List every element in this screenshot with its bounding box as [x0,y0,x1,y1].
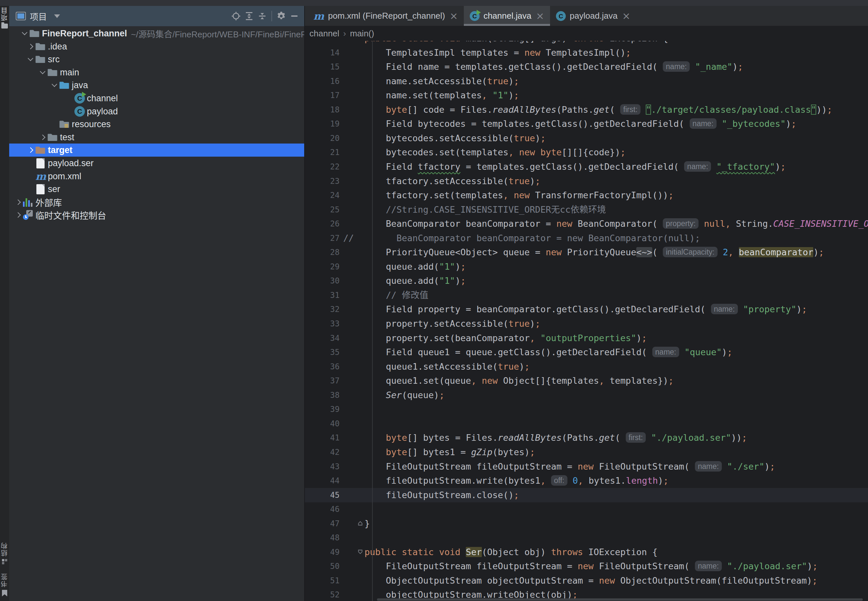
line-number-30[interactable]: 30 [305,274,340,288]
code-line-15[interactable]: Field name = templates.getClass().getDec… [343,59,743,74]
tree-item-src[interactable]: src [9,53,305,66]
line-number-50[interactable]: 50 [305,559,340,574]
line-number-21[interactable]: 21 [305,145,340,160]
breadcrumb-item[interactable]: main() [350,29,374,39]
close-icon[interactable]: × [450,11,458,21]
code-line-22[interactable]: Field tfactory = templates.getClass().ge… [343,160,786,174]
line-number-17[interactable]: 17 [305,88,340,102]
code-line-30[interactable]: queue.add("1"); [343,274,466,288]
code-line-29[interactable]: queue.add("1"); [343,259,466,274]
line-number-14[interactable]: 14 [305,46,340,60]
line-number-33[interactable]: 33 [305,317,340,331]
code-line-43[interactable]: FileOutputStream fileOutputStream = new … [343,459,775,474]
chevron-down-icon[interactable] [22,30,27,35]
code-line-17[interactable]: name.set(templates, "1"); [343,88,519,102]
code-line-24[interactable]: tfactory.set(templates, new TransformerF… [343,188,674,203]
tree-item-pom.xml[interactable]: m pom.xml [9,170,305,183]
line-number-37[interactable]: 37 [305,374,340,388]
code-line-32[interactable]: Field property = beanComparator.getClass… [343,302,807,317]
settings-button[interactable] [275,9,288,23]
stripe-button-bookmarks[interactable]: 书签 [1,573,8,596]
code-line-19[interactable]: Field bytecodes = templates.getClass().g… [343,117,796,131]
line-number-35[interactable]: 35 [305,345,340,360]
tree-item-test[interactable]: test [9,131,305,144]
code-line-25[interactable]: //String.CASE_INSENSITIVE_ORDER无cc依赖环境 [343,203,606,217]
code-line-14[interactable]: TemplatesImpl templates = new TemplatesI… [343,46,631,60]
line-number-38[interactable]: 38 [305,388,340,403]
tree-item-resources[interactable]: resources [9,117,305,131]
chevron-down-icon[interactable] [52,82,57,87]
horizontal-scrollbar[interactable] [377,598,863,601]
code-line-20[interactable]: bytecodes.setAccessible(true); [343,131,546,145]
hide-panel-button[interactable] [288,9,301,23]
code-line-50[interactable]: FileOutputStream fileOutputStream = new … [343,559,818,574]
breadcrumb-item[interactable]: channel [310,29,339,39]
tab-pom.xml[interactable]: m pom.xml (FineReport_channel) × [307,6,464,26]
chevron-down-icon[interactable] [28,56,34,61]
code-line-49[interactable]: public static void Ser(Object obj) throw… [343,545,657,559]
stripe-button-structure[interactable]: 结构 [1,542,8,564]
code-line-23[interactable]: tfactory.setAccessible(true); [343,174,540,188]
close-icon[interactable]: × [536,11,544,21]
line-number-39[interactable]: 39 [305,402,340,416]
code-line-28[interactable]: PriorityQueue<Object> queue = new Priori… [343,245,824,259]
tree-item-java[interactable]: java [9,79,305,92]
line-number-18[interactable]: 18 [305,102,340,117]
tree-item-外部库[interactable]: 外部库 [9,196,305,209]
tree-item-临时文件和控制台[interactable]: 临时文件和控制台 [9,208,305,221]
line-number-42[interactable]: 42 [305,445,340,459]
tree-item-FineReport_channel[interactable]: FineReport_channel~/源码集合/FineReport/WEB-… [9,27,305,40]
code-line-18[interactable]: byte[] code = Files.readAllBytes(Paths.g… [343,102,832,117]
tree-item-ser[interactable]: ser [9,183,305,196]
tree-item-target[interactable]: target [9,143,305,157]
code-editor[interactable]: 13 public static void main(String[] args… [305,41,868,601]
locate-file-button[interactable] [229,9,243,23]
line-number-43[interactable]: 43 [305,459,340,474]
code-line-13[interactable]: public static void main(String[] args) t… [343,41,668,46]
close-icon[interactable]: × [622,11,630,21]
code-line-38[interactable]: Ser(queue); [343,388,444,403]
code-line-47[interactable]: } [343,516,370,531]
line-number-19[interactable]: 19 [305,117,340,131]
chevron-right-icon[interactable] [28,44,34,49]
line-number-29[interactable]: 29 [305,259,340,274]
line-number-51[interactable]: 51 [305,574,340,588]
line-number-52[interactable]: 52 [305,587,340,601]
line-number-26[interactable]: 26 [305,217,340,231]
code-line-34[interactable]: property.set(beanComparator, "outputProp… [343,331,647,345]
line-number-34[interactable]: 34 [305,331,340,345]
line-number-22[interactable]: 22 [305,160,340,174]
panel-editor-divider[interactable] [304,6,305,601]
chevron-right-icon[interactable] [40,135,46,140]
line-number-25[interactable]: 25 [305,203,340,217]
code-line-16[interactable]: name.setAccessible(true); [343,74,519,88]
code-line-45[interactable]: fileOutputStream.close(); [343,488,519,502]
line-number-40[interactable]: 40 [305,416,340,431]
line-number-36[interactable]: 36 [305,360,340,374]
code-line-35[interactable]: Field queue1 = queue.getClass().getDecla… [343,345,732,360]
tree-item-main[interactable]: main [9,66,305,79]
code-line-26[interactable]: BeanComparator beanComparator = new Bean… [343,217,868,231]
line-number-28[interactable]: 28 [305,245,340,259]
line-number-15[interactable]: 15 [305,59,340,74]
code-line-31[interactable]: // 修改值 [343,288,429,302]
code-line-27[interactable]: // BeanComparator beanComparator = new B… [343,231,700,246]
code-line-36[interactable]: queue1.setAccessible(true); [343,360,530,374]
code-line-41[interactable]: byte[] bytes = Files.readAllBytes(Paths.… [343,430,747,445]
line-number-32[interactable]: 32 [305,302,340,317]
chevron-down-icon[interactable] [40,69,46,75]
tab-channel.java[interactable]: C channel.java × [464,6,550,26]
line-number-44[interactable]: 44 [305,473,340,488]
line-number-45[interactable]: 45 [305,488,340,502]
line-number-13[interactable]: 13 [305,41,340,46]
chevron-right-icon[interactable] [28,148,34,153]
expand-all-button[interactable] [243,9,256,23]
line-number-48[interactable]: 48 [305,531,340,545]
tree-item-payload[interactable]: C payload [9,105,305,118]
line-number-27[interactable]: 27 [305,231,340,246]
line-number-31[interactable]: 31 [305,288,340,302]
chevron-right-icon[interactable] [15,200,21,205]
line-number-16[interactable]: 16 [305,74,340,88]
code-line-37[interactable]: queue1.set(queue, new Object[]{templates… [343,374,674,388]
line-number-47[interactable]: 47 [305,516,340,531]
